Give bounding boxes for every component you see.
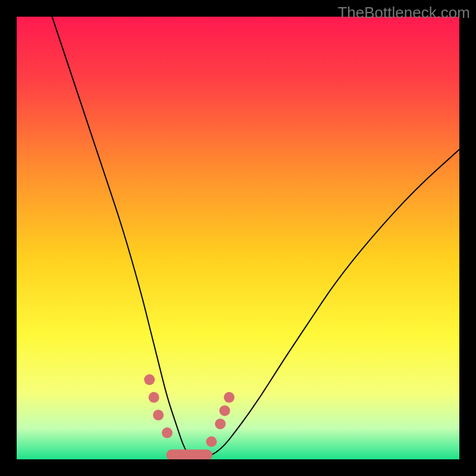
- highlight-dot: [162, 427, 173, 438]
- highlight-dot: [206, 436, 217, 447]
- watermark-text: TheBottleneck.com: [337, 4, 470, 22]
- highlight-dot: [153, 410, 164, 421]
- highlight-dot: [215, 418, 226, 429]
- gradient-background: [17, 17, 459, 459]
- highlight-dot: [220, 405, 230, 416]
- highlight-dot: [149, 392, 159, 403]
- highlight-dot: [144, 374, 155, 385]
- bottleneck-chart: [17, 17, 459, 459]
- chart-frame: TheBottleneck.com: [0, 0, 476, 476]
- highlight-dot: [224, 392, 234, 403]
